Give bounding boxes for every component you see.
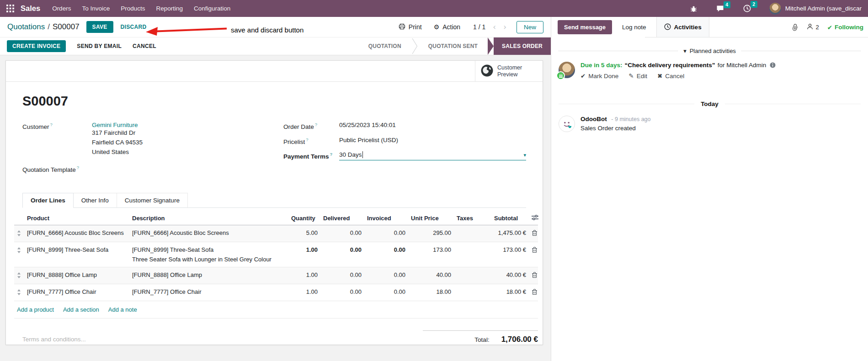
delete-line-icon[interactable] xyxy=(529,225,538,242)
cell-product[interactable]: [FURN_7777] Office Chair xyxy=(24,284,129,301)
cell-description[interactable]: [FURN_6666] Acoustic Bloc Screens xyxy=(129,225,288,242)
customer-link[interactable]: Gemini Furniture xyxy=(92,122,143,128)
discard-button[interactable]: DISCARD xyxy=(121,24,147,30)
payment-terms-input[interactable]: 30 Days ▾ xyxy=(339,151,526,160)
cell-product[interactable]: [FURN_8999] Three-Seat Sofa xyxy=(24,242,129,267)
drag-handle-icon[interactable] xyxy=(14,284,24,301)
cell-taxes[interactable] xyxy=(454,267,491,284)
dropdown-caret-icon[interactable]: ▾ xyxy=(523,152,526,158)
link-add-a-note[interactable]: Add a note xyxy=(108,306,137,313)
cell-invoiced[interactable]: 0.00 xyxy=(364,242,408,267)
nav-menu-products[interactable]: Products xyxy=(115,0,150,17)
create-invoice-button[interactable]: CREATE INVOICE xyxy=(7,40,66,52)
cell-unit-price[interactable]: 40.00 xyxy=(408,267,454,284)
help-icon[interactable]: ? xyxy=(306,137,308,142)
cell-taxes[interactable] xyxy=(454,284,491,301)
user-avatar[interactable] xyxy=(769,3,781,15)
action-button[interactable]: ⚙ Action xyxy=(434,23,460,31)
tab-other-info[interactable]: Other Info xyxy=(74,193,117,208)
help-icon[interactable]: ? xyxy=(330,152,333,157)
cell-invoiced[interactable]: 0.00 xyxy=(364,284,408,301)
cell-taxes[interactable] xyxy=(454,242,491,267)
pricelist-value[interactable]: Public Pricelist (USD) xyxy=(339,137,398,145)
debug-bug-icon[interactable] xyxy=(690,5,697,12)
cell-invoiced[interactable]: 0.00 xyxy=(364,225,408,242)
stage-quotation[interactable]: QUOTATION xyxy=(358,37,411,55)
send-by-email-button[interactable]: SEND BY EMAIL xyxy=(77,43,122,49)
cell-product[interactable]: [FURN_8888] Office Lamp xyxy=(24,267,129,284)
print-button[interactable]: Print xyxy=(399,23,422,31)
following-button[interactable]: ✔ Following xyxy=(827,24,863,31)
cell-taxes[interactable] xyxy=(454,225,491,242)
cell-product[interactable]: [FURN_6666] Acoustic Bloc Screens xyxy=(24,225,129,242)
column-header-taxes[interactable]: Taxes xyxy=(454,212,491,225)
help-icon[interactable]: ? xyxy=(50,122,53,127)
activities-tab[interactable]: Activities xyxy=(656,17,709,37)
column-header-unit-price[interactable]: Unit Price xyxy=(408,212,454,225)
cell-description[interactable]: [FURN_8888] Office Lamp xyxy=(129,267,288,284)
help-icon[interactable]: ? xyxy=(315,122,317,127)
send-message-button[interactable]: Send message xyxy=(558,20,612,34)
cell-delivered[interactable]: 0.00 xyxy=(320,242,364,267)
nav-menu-orders[interactable]: Orders xyxy=(47,0,76,17)
messages-icon[interactable]: 4 xyxy=(716,5,724,12)
customer-preview-button[interactable]: Customer Preview xyxy=(475,61,543,82)
stage-quotation-sent[interactable]: QUOTATION SENT xyxy=(418,37,488,55)
breadcrumb-quotations[interactable]: Quotations xyxy=(7,22,45,32)
cell-unit-price[interactable]: 18.00 xyxy=(408,284,454,301)
nav-menu-reporting[interactable]: Reporting xyxy=(150,0,188,17)
cell-invoiced[interactable]: 0.00 xyxy=(364,267,408,284)
message-author[interactable]: OdooBot xyxy=(580,116,607,122)
link-add-a-product[interactable]: Add a product xyxy=(17,306,54,313)
column-header-quantity[interactable]: Quantity xyxy=(288,212,320,225)
order-date-value[interactable]: 05/25/2023 15:40:01 xyxy=(339,122,396,130)
planned-activities-header[interactable]: ▾ Planned activities xyxy=(559,48,861,54)
tab-customer-signature[interactable]: Customer Signature xyxy=(117,193,188,208)
apps-grid-icon[interactable] xyxy=(6,5,14,12)
log-note-button[interactable]: Log note xyxy=(622,24,646,31)
mark-done-button[interactable]: ✔Mark Done xyxy=(580,72,618,80)
cell-delivered[interactable]: 0.00 xyxy=(320,284,364,301)
user-name[interactable]: Mitchell Admin (save_discar xyxy=(785,5,862,12)
column-header-invoiced[interactable]: Invoiced xyxy=(364,212,408,225)
cell-quantity[interactable]: 5.00 xyxy=(288,225,320,242)
stage-sales-order[interactable]: SALES ORDER xyxy=(494,37,551,55)
new-button[interactable]: New xyxy=(517,21,543,33)
cell-unit-price[interactable]: 295.00 xyxy=(408,225,454,242)
column-settings-icon[interactable] xyxy=(529,212,538,225)
save-button[interactable]: SAVE xyxy=(86,21,113,33)
drag-handle-icon[interactable] xyxy=(14,242,24,267)
cell-delivered[interactable]: 0.00 xyxy=(320,267,364,284)
cell-quantity[interactable]: 1.00 xyxy=(288,284,320,301)
link-add-a-section[interactable]: Add a section xyxy=(63,306,99,313)
cell-description[interactable]: [FURN_7777] Office Chair xyxy=(129,284,288,301)
help-icon[interactable]: ? xyxy=(77,165,79,170)
attachment-paperclip-icon[interactable] xyxy=(791,22,800,32)
delete-line-icon[interactable] xyxy=(529,284,538,301)
pager-previous-icon[interactable]: ‹ xyxy=(493,23,496,31)
cell-delivered[interactable]: 0.00 xyxy=(320,225,364,242)
column-header-product[interactable]: Product xyxy=(24,212,129,225)
drag-handle-icon[interactable] xyxy=(14,267,24,284)
cell-quantity[interactable]: 1.00 xyxy=(288,267,320,284)
column-header-subtotal[interactable]: Subtotal xyxy=(491,212,529,225)
odoobot-avatar[interactable] xyxy=(559,116,575,132)
order-line-row[interactable]: [FURN_7777] Office Chair[FURN_7777] Offi… xyxy=(14,284,538,301)
cell-unit-price[interactable]: 173.00 xyxy=(408,242,454,267)
app-name[interactable]: Sales xyxy=(21,4,40,13)
cancel-activity-button[interactable]: ✖Cancel xyxy=(657,72,684,80)
nav-menu-to-invoice[interactable]: To Invoice xyxy=(76,0,115,17)
info-icon[interactable] xyxy=(770,62,776,68)
pager-next-icon[interactable]: › xyxy=(503,23,506,31)
activities-clock-icon[interactable]: 2 xyxy=(743,5,751,12)
followers-button[interactable]: 2 xyxy=(807,23,819,31)
tab-order-lines[interactable]: Order Lines xyxy=(22,193,74,208)
cancel-button[interactable]: CANCEL xyxy=(133,43,156,49)
order-line-row[interactable]: [FURN_8999] Three-Seat Sofa[FURN_8999] T… xyxy=(14,242,538,267)
drag-handle-icon[interactable] xyxy=(14,225,24,242)
cell-quantity[interactable]: 1.00 xyxy=(288,242,320,267)
order-line-row[interactable]: [FURN_8888] Office Lamp[FURN_8888] Offic… xyxy=(14,267,538,284)
delete-line-icon[interactable] xyxy=(529,267,538,284)
delete-line-icon[interactable] xyxy=(529,242,538,267)
column-header-delivered[interactable]: Delivered xyxy=(320,212,364,225)
